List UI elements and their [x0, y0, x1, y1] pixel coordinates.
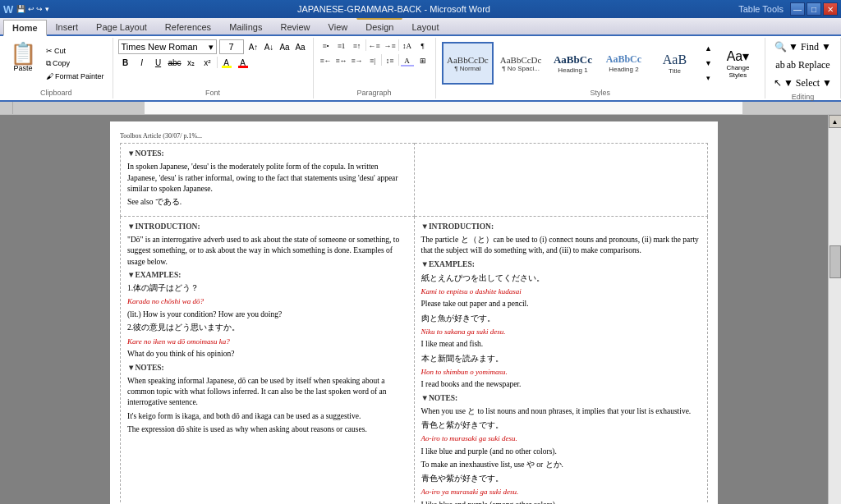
replace-icon: ab	[775, 59, 784, 71]
subscript-button[interactable]: x₂	[184, 56, 199, 69]
borders-button[interactable]: ⊞	[416, 54, 430, 67]
ribbon-tabs: Home Insert Page Layout References Maili…	[0, 18, 841, 36]
find-button[interactable]: 🔍 ▼ Find ▼	[771, 39, 834, 55]
line-spacing-button[interactable]: ↕≡	[383, 54, 398, 67]
italic-button[interactable]: I	[135, 56, 149, 69]
replace-label: ab Replace	[787, 59, 830, 71]
strikethrough-button[interactable]: abc	[168, 56, 182, 69]
font-size-selector[interactable]: 7	[219, 39, 244, 54]
ruler-left-margin	[13, 102, 145, 114]
right-ex2-eng: I like meat and fish.	[421, 339, 701, 350]
change-styles-icon: Aa▾	[727, 48, 750, 64]
title-bar-controls[interactable]: — □ ✕	[790, 2, 838, 16]
bold-button[interactable]: B	[118, 56, 133, 69]
clear-format-button[interactable]: Aa	[278, 40, 292, 53]
decrease-indent-button[interactable]: ←≡	[367, 39, 382, 53]
format-painter-icon: 🖌	[46, 72, 53, 80]
style-title[interactable]: AaB Title	[650, 42, 699, 85]
tab-page-layout[interactable]: Page Layout	[87, 18, 156, 34]
underline-button[interactable]: U	[151, 56, 166, 69]
style-heading2[interactable]: AaBbCc Heading 2	[599, 42, 648, 85]
styles-content: AaBbCcDc ¶ Normal AaBbCcDc ¶ No Spaci...…	[442, 39, 758, 87]
sort-button[interactable]: ↕A	[400, 39, 415, 53]
app-icon: W	[3, 3, 13, 16]
change-styles-button[interactable]: Aa▾ ChangeStyles	[717, 42, 758, 85]
paragraph-group: ≡• ≡1 ≡↑ ←≡ →≡ ↕A ¶ ≡← ≡↔ ≡→ ≡| ↕≡ A	[314, 38, 436, 99]
styles-more[interactable]: ▾	[701, 71, 715, 85]
right-ex4-roman: Ao-iro to murasaki ga suki desu.	[421, 433, 701, 444]
format-painter-button[interactable]: 🖌 Format Painter	[43, 71, 108, 82]
align-right-button[interactable]: ≡→	[350, 54, 365, 67]
styles-group: AaBbCcDc ¶ Normal AaBbCcDc ¶ No Spaci...…	[436, 38, 765, 99]
numbering-button[interactable]: ≡1	[334, 39, 349, 53]
right-ex1-eng: Please take out paper and a pencil.	[421, 299, 701, 309]
scroll-track[interactable]	[829, 128, 841, 504]
font-divider1	[217, 57, 218, 68]
tab-design[interactable]: Design	[356, 18, 402, 34]
para-divider2	[398, 39, 399, 51]
right-ex4-eng: I like blue and purple (and no other col…	[421, 447, 701, 457]
left-ex1-eng: (lit.) How is your condition? How are yo…	[127, 309, 407, 320]
copy-button[interactable]: ⧉ Copy	[43, 57, 108, 70]
scroll-up-button[interactable]: ▲	[829, 115, 842, 128]
style-no-spacing[interactable]: AaBbCcDc ¶ No Spaci...	[495, 42, 547, 85]
styles-label: Styles	[590, 87, 610, 97]
superscript-button[interactable]: x²	[200, 56, 215, 69]
highlight-button[interactable]: A	[219, 56, 234, 69]
tab-layout[interactable]: Layout	[402, 18, 448, 34]
doc-table: ▼NOTES: In spoken Japanese, 'desu' is th…	[120, 143, 708, 504]
style-heading2-preview: AaBbCc	[606, 53, 641, 66]
scroll-thumb[interactable]	[830, 245, 841, 278]
notes-top-timestamp: Toolbox Article (30/07/ p.1%...	[120, 131, 708, 140]
shading-button[interactable]: A	[400, 54, 415, 67]
close-button[interactable]: ✕	[823, 2, 838, 16]
styles-scroll-up[interactable]: ▲	[701, 42, 715, 55]
style-heading1[interactable]: AaBbCc Heading 1	[548, 42, 597, 85]
editing-content: 🔍 ▼ Find ▼ ab ab Replace ↖ ▼ Select ▼	[770, 39, 835, 91]
highlight-color-bar	[222, 66, 232, 68]
font-name-selector[interactable]: Times New Roman ▾	[118, 39, 217, 54]
increase-font-button[interactable]: A↑	[246, 40, 261, 53]
paste-button[interactable]: 📋 Paste	[5, 40, 41, 86]
show-marks-button[interactable]: ¶	[416, 39, 430, 53]
multilevel-button[interactable]: ≡↑	[350, 39, 365, 53]
tab-home[interactable]: Home	[3, 20, 47, 36]
styles-scroll-down[interactable]: ▼	[701, 57, 715, 70]
ruler-content	[145, 102, 841, 114]
clipboard-group: 📋 Paste ✂ Cut ⧉ Copy 🖌 Format Painter Cl…	[0, 38, 113, 99]
left-ex2-roman: Kare no iken wa dō omoimasu ka?	[127, 337, 407, 347]
minimize-button[interactable]: —	[790, 2, 805, 16]
tab-view[interactable]: View	[319, 18, 357, 34]
font-color-button[interactable]: A	[236, 56, 250, 69]
left-notes2-heading: ▼NOTES:	[127, 363, 407, 373]
change-case-button[interactable]: Aa	[293, 40, 308, 53]
font-size-buttons: A↑ A↓ Aa Aa	[246, 40, 308, 53]
cut-button[interactable]: ✂ Cut	[43, 45, 108, 57]
align-left-button[interactable]: ≡←	[319, 54, 333, 67]
right-intro-text: The particle と（と）can be used to (i) conn…	[421, 235, 701, 257]
maximize-button[interactable]: □	[807, 2, 821, 16]
tab-mailings[interactable]: Mailings	[220, 18, 271, 34]
style-normal[interactable]: AaBbCcDc ¶ Normal	[442, 42, 494, 85]
increase-indent-button[interactable]: →≡	[383, 39, 398, 53]
bullets-button[interactable]: ≡•	[319, 39, 333, 53]
align-center-button[interactable]: ≡↔	[334, 54, 349, 67]
font-name-dropdown-icon: ▾	[209, 42, 214, 53]
copy-icon: ⧉	[46, 59, 51, 68]
decrease-font-button[interactable]: A↓	[262, 40, 277, 53]
copy-label: Copy	[53, 59, 70, 67]
tab-insert[interactable]: Insert	[47, 18, 88, 34]
table-tools-label: Table Tools	[738, 4, 784, 14]
justify-button[interactable]: ≡|	[365, 54, 380, 67]
change-styles-label: ChangeStyles	[726, 64, 749, 79]
vertical-scrollbar[interactable]: ▲ ▼	[828, 115, 841, 504]
cut-label: Cut	[54, 47, 66, 55]
font-name-value: Times New Roman	[122, 42, 198, 52]
right-intro-cell: ▼INTRODUCTION: The particle と（と）can be u…	[414, 216, 708, 504]
replace-button[interactable]: ab ab Replace	[772, 57, 833, 73]
format-painter-label: Format Painter	[55, 72, 104, 80]
find-icon: 🔍	[774, 41, 787, 53]
tab-review[interactable]: Review	[271, 18, 319, 34]
tab-references[interactable]: References	[156, 18, 220, 34]
select-button[interactable]: ↖ ▼ Select ▼	[770, 76, 835, 91]
